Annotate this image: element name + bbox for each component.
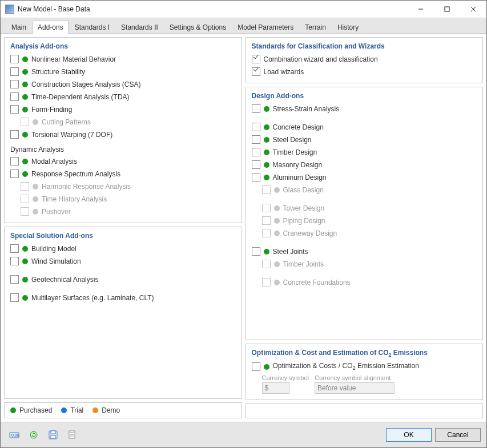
addon-label: Wind Simulation bbox=[31, 257, 81, 265]
addon-label: Piping Design bbox=[283, 217, 325, 225]
checkbox bbox=[21, 195, 29, 203]
checkbox bbox=[21, 182, 29, 191]
checkbox[interactable] bbox=[10, 67, 19, 76]
status-dot bbox=[22, 56, 28, 62]
addon-row: Geotechnical Analysis bbox=[10, 274, 236, 285]
checkbox[interactable] bbox=[10, 257, 19, 265]
checkbox[interactable] bbox=[10, 275, 19, 284]
addon-row: Piping Design bbox=[262, 215, 477, 226]
checkbox[interactable] bbox=[10, 80, 19, 88]
tab-terrain[interactable]: Terrain bbox=[300, 21, 331, 34]
checkbox[interactable] bbox=[10, 92, 19, 101]
status-dot bbox=[22, 82, 28, 87]
tab-standards-i[interactable]: Standards I bbox=[70, 21, 115, 34]
currency-select: $ bbox=[262, 382, 289, 394]
checkbox[interactable] bbox=[10, 55, 19, 63]
units-icon[interactable]: 0,00 bbox=[6, 427, 22, 443]
tab-model-parameters[interactable]: Model Parameters bbox=[232, 21, 299, 34]
svg-rect-9 bbox=[51, 435, 55, 438]
status-dot bbox=[274, 231, 280, 236]
ok-button[interactable]: OK bbox=[386, 428, 432, 442]
addon-label: Nonlinear Material Behavior bbox=[31, 55, 116, 63]
addon-row: Aluminum Design bbox=[252, 172, 477, 183]
checkbox bbox=[262, 216, 271, 225]
legend-item-trial: Trial bbox=[61, 406, 83, 414]
option-label: Load wizards bbox=[264, 68, 304, 76]
checkbox[interactable] bbox=[10, 105, 19, 114]
status-dot bbox=[22, 171, 28, 177]
status-dot bbox=[264, 364, 269, 370]
panel-special-solution: Special Solution Add-onsBuilding ModelWi… bbox=[4, 227, 242, 399]
checkbox[interactable] bbox=[252, 362, 260, 371]
svg-point-6 bbox=[30, 431, 37, 438]
status-dot bbox=[33, 119, 38, 125]
checkbox[interactable] bbox=[252, 123, 260, 131]
addon-row: Harmonic Response Analysis bbox=[21, 181, 236, 192]
option-row: Combination wizard and classification bbox=[252, 54, 477, 64]
status-dot bbox=[264, 162, 269, 168]
left-column: Analysis Add-onsNonlinear Material Behav… bbox=[4, 37, 242, 418]
subheader-dynamic: Dynamic Analysis bbox=[10, 146, 236, 154]
cancel-button[interactable]: Cancel bbox=[435, 428, 481, 442]
addon-row: Time-Dependent Analysis (TDA) bbox=[10, 91, 236, 102]
alignment-select: Before value bbox=[315, 382, 395, 394]
legend-item-purchased: Purchased bbox=[10, 406, 52, 414]
checkbox[interactable] bbox=[10, 293, 19, 302]
status-dot bbox=[22, 277, 28, 282]
checkbox[interactable] bbox=[10, 130, 19, 139]
tab-main[interactable]: Main bbox=[6, 21, 31, 34]
convert-icon[interactable] bbox=[26, 427, 42, 443]
checkbox[interactable] bbox=[10, 157, 19, 166]
checkbox bbox=[262, 229, 271, 237]
bottom-bar: 0,00 OK Cancel bbox=[1, 422, 486, 447]
tab-add-ons[interactable]: Add-ons bbox=[33, 21, 69, 34]
checkbox[interactable] bbox=[252, 135, 260, 144]
addon-label: Multilayer Surfaces (e.g. Laminate, CLT) bbox=[31, 294, 154, 302]
addon-label: Harmonic Response Analysis bbox=[42, 183, 131, 191]
addon-row: Nonlinear Material Behavior bbox=[10, 54, 236, 64]
minimize-button[interactable] bbox=[408, 1, 434, 18]
dialog-window: New Model - Base Data MainAdd-onsStandar… bbox=[0, 0, 487, 448]
checkbox[interactable] bbox=[252, 173, 260, 181]
checkbox[interactable] bbox=[252, 55, 260, 63]
checkbox[interactable] bbox=[252, 104, 260, 113]
save-template-icon[interactable] bbox=[45, 427, 61, 443]
checkbox[interactable] bbox=[10, 244, 19, 253]
tab-standards-ii[interactable]: Standards II bbox=[116, 21, 163, 34]
tab-settings-options[interactable]: Settings & Options bbox=[164, 21, 231, 34]
status-dot bbox=[92, 407, 98, 413]
panel-title: Design Add-ons bbox=[252, 92, 477, 100]
checkbox[interactable] bbox=[10, 169, 19, 178]
status-dot bbox=[264, 124, 269, 130]
addon-label: Modal Analysis bbox=[31, 158, 77, 166]
status-dot bbox=[33, 209, 38, 215]
maximize-button[interactable] bbox=[434, 1, 460, 18]
addon-label: Optimization & Costs / CO2 Emission Esti… bbox=[273, 362, 419, 371]
addon-row: Torsional Warping (7 DOF) bbox=[10, 129, 236, 140]
tab-history[interactable]: History bbox=[332, 21, 364, 34]
addon-row: Pushover bbox=[21, 206, 236, 217]
load-template-icon[interactable] bbox=[65, 427, 81, 443]
checkbox[interactable] bbox=[252, 247, 260, 256]
checkbox[interactable] bbox=[252, 148, 260, 156]
checkbox[interactable] bbox=[252, 160, 260, 169]
option-label: Combination wizard and classification bbox=[264, 55, 378, 63]
legend: PurchasedTrialDemo bbox=[4, 402, 242, 418]
addon-row: Form-Finding bbox=[10, 104, 236, 115]
option-row: Load wizards bbox=[252, 66, 477, 77]
addon-row: Time History Analysis bbox=[21, 193, 236, 204]
panel-empty bbox=[245, 403, 484, 418]
addon-label: Form-Finding bbox=[31, 106, 72, 114]
svg-text:0,00: 0,00 bbox=[11, 433, 19, 437]
addon-label: Time-Dependent Analysis (TDA) bbox=[31, 93, 130, 101]
addon-label: Concrete Design bbox=[273, 123, 324, 131]
panel-design-addons: Design Add-onsStress-Strain AnalysisConc… bbox=[245, 87, 484, 340]
addon-label: Response Spectrum Analysis bbox=[31, 170, 120, 178]
addon-row: Glass Design bbox=[262, 184, 477, 195]
legend-item-demo: Demo bbox=[92, 406, 120, 414]
status-dot bbox=[61, 407, 67, 413]
panel-title: Standards for Classification and Wizards bbox=[252, 42, 477, 50]
addon-row: Concrete Design bbox=[252, 122, 477, 132]
close-button[interactable] bbox=[460, 1, 486, 18]
checkbox[interactable] bbox=[252, 67, 260, 76]
